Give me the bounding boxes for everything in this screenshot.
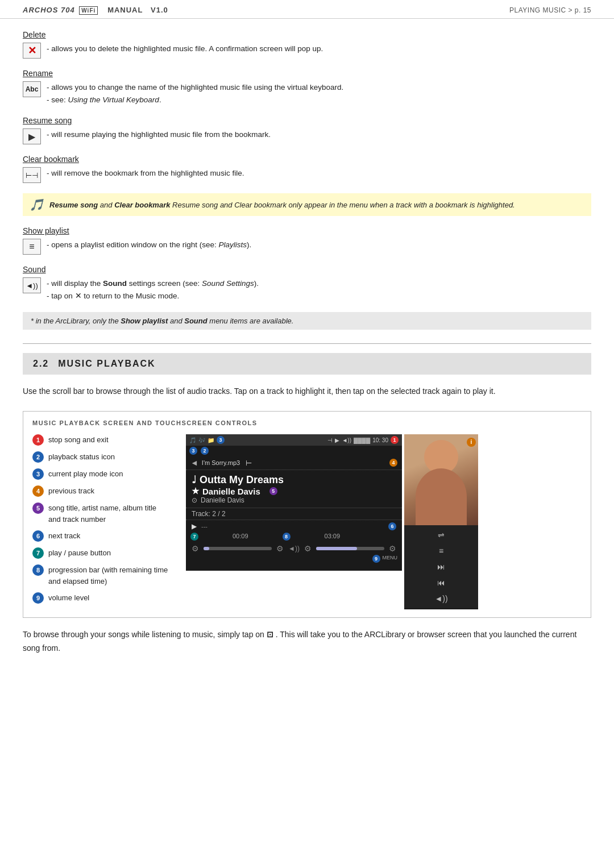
skip-next-btn[interactable]: ⏭	[405, 559, 477, 574]
prev-song-row: ◄ I'm Sorry.mp3 ⊢ 4	[186, 456, 402, 470]
album-name: ⊙ Danielle Davis	[192, 496, 396, 504]
main-content: Delete ✕ - allows you to delete the high…	[0, 19, 614, 667]
badge-row: 3 2	[186, 446, 402, 456]
rename-icon: Abc	[23, 81, 41, 97]
time-elapsed: 00:09	[233, 533, 248, 541]
rename-row: Abc - allows you to change the name of t…	[23, 81, 591, 106]
callout-9: 9	[32, 592, 44, 604]
header-version: V1.0	[151, 6, 168, 14]
track-num-row: Track: 2 / 2	[186, 508, 402, 520]
entry-sound: Sound ◄)) - will display the Sound setti…	[23, 265, 591, 302]
show-playlist-row: ≡ - opens a playlist edition window on t…	[23, 239, 591, 255]
delete-row: ✕ - allows you to delete the highlighted…	[23, 43, 591, 59]
label-item-2: 2 playback status icon	[32, 451, 169, 463]
label-item-6: 6 next track	[32, 530, 169, 542]
callout-badge-6: 6	[388, 522, 396, 530]
resume-description: - will resume playing the highlighted mu…	[47, 128, 271, 141]
label-item-9: 9 volume level	[32, 592, 169, 604]
playback-panel-title: MUSIC PLAYBACK SCREEN AND TOUCHSCREEN CO…	[32, 420, 582, 426]
top-bar: 🎵 🎶 📁 3 ⊣ ▶ ◄)) ▓▓▓▓ 10: 30 1	[186, 434, 402, 446]
show-playlist-description: - opens a playlist edition window on the…	[47, 239, 251, 251]
label-text-9: volume level	[48, 592, 89, 604]
play-btn-icon[interactable]: ▶	[192, 522, 197, 530]
label-text-7: play / pause button	[48, 547, 111, 559]
progress-fill	[204, 547, 209, 550]
callout-badge-4: 4	[389, 459, 397, 467]
star-icon: ★	[192, 486, 199, 496]
album-art: i	[404, 434, 478, 525]
callout-badge-7: 7	[190, 533, 198, 541]
sidebar-photo-area: i ⇌ ≡ ⏭ ⏮ ◄))	[404, 434, 478, 609]
callout-7: 7	[32, 547, 44, 559]
tune-icon-right: ⚙	[276, 544, 284, 553]
label-text-3: current play mode icon	[48, 468, 123, 480]
sound-label: Sound	[23, 265, 591, 274]
entry-clear-bookmark: Clear bookmark ⊢⊣ - will remove the book…	[23, 155, 591, 183]
yellow-note-text: Resume song and Clear bookmark Resume so…	[49, 201, 515, 209]
delete-description: - allows you to delete the highlighted m…	[47, 43, 323, 55]
entry-rename: Rename Abc - allows you to change the na…	[23, 69, 591, 106]
bottom-right-callouts: 9 MENU	[186, 554, 402, 564]
rename-description: - allows you to change the name of the h…	[47, 81, 343, 106]
section-22-number: 2.2	[33, 359, 49, 369]
section-22-body: Use the scroll bar to browse through the…	[23, 385, 591, 398]
header-page-info: PLAYING MUSIC > p. 15	[509, 6, 591, 14]
cd-icon: ⊙	[192, 496, 197, 504]
top-bar-left-icons: 🎵 🎶 📁 3	[189, 436, 225, 444]
show-playlist-icon: ≡	[23, 239, 41, 255]
section-22-title: MUSIC PLAYBACK	[58, 359, 155, 369]
volume-bar[interactable]	[316, 547, 384, 550]
tune-icon-left: ⚙	[192, 544, 199, 553]
music-note-icon: ♩	[192, 474, 196, 486]
playback-panel: MUSIC PLAYBACK SCREEN AND TOUCHSCREEN CO…	[23, 411, 591, 618]
artist-name: ★ Danielle Davis 5	[192, 486, 396, 496]
prev-btn[interactable]: ⏮	[405, 575, 477, 590]
time-display: 10: 30	[372, 437, 388, 443]
header-manual: MANUAL	[107, 6, 143, 14]
clear-bookmark-label: Clear bookmark	[23, 155, 591, 164]
label-text-8: progression bar (with remaining time and…	[48, 564, 169, 587]
header-brand: ARCHOS 704 WiFi MANUAL V1.0	[23, 6, 168, 15]
callout-6: 6	[32, 530, 44, 542]
delete-label: Delete	[23, 30, 591, 39]
label-item-3: 3 current play mode icon	[32, 468, 169, 480]
yellow-note: 🎵 Resume song and Clear bookmark Resume …	[23, 193, 591, 216]
bookmark-icon: ⊢	[246, 459, 252, 467]
label-text-4: previous track	[48, 485, 94, 497]
label-text-2: playback status icon	[48, 451, 115, 463]
callout-4: 4	[32, 485, 44, 497]
resume-label: Resume song	[23, 116, 591, 125]
tune-icon-vol-right: ⚙	[389, 544, 396, 553]
callout-5: 5	[32, 502, 44, 514]
shuffle-btn[interactable]: ⇌	[405, 528, 477, 542]
playback-inner: 1 stop song and exit 2 playback status i…	[32, 434, 582, 609]
list-btn[interactable]: ≡	[405, 543, 477, 558]
battery-icon: ▓▓▓▓	[354, 437, 370, 443]
device-screen: 🎵 🎶 📁 3 ⊣ ▶ ◄)) ▓▓▓▓ 10: 30 1	[186, 434, 402, 571]
main-info: ♩ Outta My Dreams ★ Danielle Davis 5 ⊙ D…	[186, 470, 402, 508]
section-22-title-block: 2.2 MUSIC PLAYBACK	[23, 353, 591, 375]
volume-up-btn[interactable]: ◄))	[405, 591, 477, 606]
callout-8: 8	[32, 564, 44, 576]
callout-badge-8: 8	[283, 533, 291, 541]
brand-archos: ARCHOS 704	[23, 6, 75, 14]
volume-icon: ◄))	[342, 437, 351, 443]
callout-i-badge: i	[467, 437, 476, 447]
page-header: ARCHOS 704 WiFi MANUAL V1.0 PLAYING MUSI…	[0, 0, 614, 19]
bottom-text: To browse through your songs while liste…	[23, 628, 591, 655]
volume-icon-2: ◄))	[288, 545, 300, 553]
tune-icon-vol-left: ⚙	[304, 544, 312, 553]
left-arrow-icon: ◄	[190, 458, 198, 467]
playback-labels: 1 stop song and exit 2 playback status i…	[32, 434, 169, 609]
label-item-5: 5 song title, artist name, album title a…	[32, 502, 169, 525]
callout-1: 1	[32, 434, 44, 446]
label-text-5: song title, artist name, album title and…	[48, 502, 169, 525]
callout-2: 2	[32, 451, 44, 463]
section-divider	[23, 343, 591, 344]
callout-3: 3	[32, 468, 44, 480]
resume-row: ▶ - will resume playing the highlighted …	[23, 128, 591, 144]
progress-bar[interactable]	[204, 547, 272, 550]
equalizer-icon: 🎵	[189, 437, 196, 443]
callout-badge-3b: 3	[189, 447, 197, 455]
entry-delete: Delete ✕ - allows you to delete the high…	[23, 30, 591, 59]
